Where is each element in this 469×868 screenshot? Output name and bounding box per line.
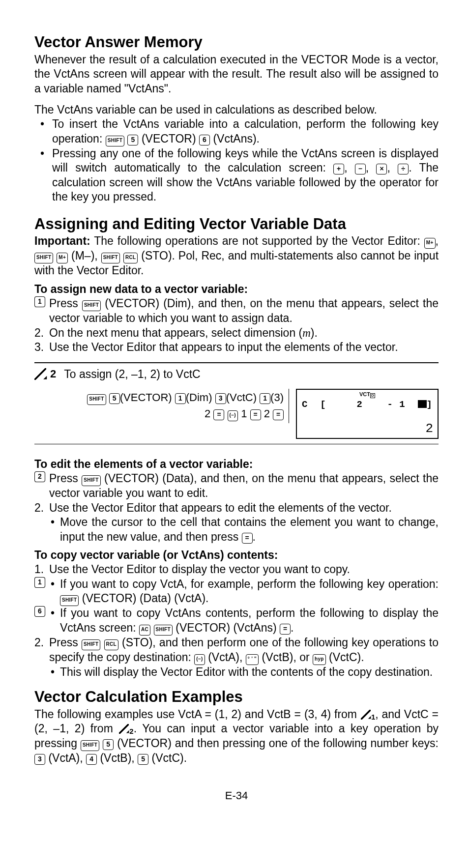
text: ). <box>311 326 318 339</box>
text: On the next menu that appears, select di… <box>49 326 302 339</box>
shift-key-icon: SHIFT <box>81 740 99 751</box>
copy-steps-list: 1. Use the Vector Editor to display the … <box>34 562 439 679</box>
neg-key-icon: (−) <box>194 654 205 665</box>
lcd-val-1: 2 <box>357 399 363 410</box>
mplus-key-icon: M+ <box>424 238 436 249</box>
mvar-m: m <box>302 327 311 339</box>
text: (VctA), <box>208 651 246 664</box>
equals-key-icon: = <box>242 533 253 544</box>
key-1-icon: 1 <box>260 393 270 404</box>
text: Use the Vector Editor to display the vec… <box>49 563 350 576</box>
rcl-key-icon: RCL <box>104 639 118 650</box>
pencil-icon <box>119 724 129 734</box>
text: (VctC). <box>329 651 364 664</box>
shift-key-icon: SHIFT <box>82 300 101 311</box>
key-5-icon: 5 <box>109 393 120 404</box>
lcd-d-indicator-icon: D <box>370 393 375 398</box>
dms-key-icon: ° ’ ” <box>246 654 259 665</box>
shift-key-icon: SHIFT <box>106 136 124 146</box>
text: 1 <box>241 407 247 420</box>
pencil-icon <box>34 368 46 380</box>
subheading-assign-new: To assign new data to a vector variable: <box>34 282 439 296</box>
text: (VctAns) <box>233 621 276 634</box>
example-2-label: To assign (2, –1, 2) to VctC <box>64 367 439 381</box>
lcd-val-2: - 1 <box>387 399 406 410</box>
shift-key-icon: SHIFT <box>82 475 100 486</box>
hyp-key-icon: hyp <box>313 654 326 665</box>
example-number: 2 <box>50 367 56 381</box>
divider <box>34 362 439 363</box>
example-key-sequence: SHIFT 5(VECTOR) 1(Dim) 3(VctC) 1(3) 2 = … <box>49 389 289 423</box>
text: (VctA), <box>48 752 86 764</box>
text: (VECTOR) <box>104 472 159 485</box>
key-6-icon: 6 <box>199 135 210 145</box>
text: If you want to copy VctA, for example, p… <box>60 578 439 590</box>
text: (VECTOR) <box>105 297 159 310</box>
text: (VECTOR) <box>120 391 172 404</box>
heading-vector-calc-examples: Vector Calculation Examples <box>34 688 439 706</box>
important-label: Important: <box>34 234 90 247</box>
text: The following examples use VctA = (1, 2)… <box>34 708 360 721</box>
shift-key-icon: SHIFT <box>101 253 120 263</box>
example-2-body: SHIFT 5(VECTOR) 1(Dim) 3(VctC) 1(3) 2 = … <box>49 389 439 439</box>
text: (VctC) <box>226 391 257 404</box>
pencil-icon <box>361 710 371 720</box>
multiply-key-icon: × <box>376 164 387 174</box>
text: (VctAns). <box>213 132 260 145</box>
key-2-icon: 2 <box>34 471 45 482</box>
divider <box>34 444 439 444</box>
assign-step-2: 2. On the next menu that appears, select… <box>34 326 439 340</box>
text: 2 <box>205 407 210 420</box>
text: (VECTOR) <box>82 592 137 605</box>
text: Press <box>49 472 82 485</box>
lcd-bracket: ] <box>427 399 433 410</box>
shift-key-icon: SHIFT <box>34 253 53 263</box>
para-examples-intro: The following examples use VctA = (1, 2)… <box>34 707 439 765</box>
bullet-switch-screen: Pressing any one of the following keys w… <box>34 146 439 204</box>
text: (Data) <box>140 592 171 605</box>
text: 2 <box>264 407 270 420</box>
mplus-key-icon: M+ <box>57 253 68 263</box>
equals-key-icon: = <box>280 624 291 635</box>
lcd-cursor-icon <box>418 400 427 408</box>
subheading-edit-elements: To edit the elements of a vector variabl… <box>34 457 439 471</box>
assign-steps-list: 1. Press SHIFT 5 (VECTOR) 1 (Dim), and t… <box>34 296 439 354</box>
assign-step-3: 3. Use the Vector Editor that appears to… <box>34 340 439 354</box>
divide-key-icon: ÷ <box>398 164 409 174</box>
lcd-mode-vct: VCT <box>359 391 370 397</box>
text: (VctB), or <box>262 651 313 664</box>
equals-key-icon: = <box>273 409 284 420</box>
key-1-icon: 1 <box>34 577 45 588</box>
edit-step-2-sub: Move the cursor to the cell that contain… <box>34 515 439 544</box>
example-2-header: 2 To assign (2, –1, 2) to VctC <box>34 367 439 381</box>
text: (VECTOR) <box>142 132 196 145</box>
copy-step-2: 2. Press SHIFT RCL (STO), and then perfo… <box>34 636 439 679</box>
copy-step-2-sub: This will display the Vector Editor with… <box>34 665 439 679</box>
edit-steps-list: 1. Press SHIFT 5 (VECTOR) 2 (Data), and … <box>34 471 439 544</box>
copy-step-1-sub1: If you want to copy VctA, for example, p… <box>34 577 439 606</box>
text: (M–), <box>71 249 101 262</box>
lcd-indicator-row: VCTD <box>300 391 435 398</box>
text: (3) <box>270 391 284 404</box>
key-5-icon: 5 <box>103 739 114 750</box>
para-vctans-intro: Whenever the result of a calculation exe… <box>34 53 439 96</box>
calculator-lcd: VCTD C [ 2 - 1 ] 2 <box>296 389 439 439</box>
shift-key-icon: SHIFT <box>154 625 173 636</box>
assign-step-1: 1. Press SHIFT 5 (VECTOR) 1 (Dim), and t… <box>34 296 439 325</box>
text: (VECTOR) <box>176 621 230 634</box>
text: (Dim) <box>186 391 212 404</box>
para-vctans-usage: The VctAns variable can be used in calcu… <box>34 103 439 117</box>
heading-assigning-editing: Assigning and Editing Vector Variable Da… <box>34 215 439 233</box>
page-number: E-34 <box>34 789 439 803</box>
key-1-icon: 1 <box>34 296 45 307</box>
equals-key-icon: = <box>213 409 224 420</box>
neg-key-icon: (−) <box>228 410 238 421</box>
equals-key-icon: = <box>250 409 261 420</box>
shift-key-icon: SHIFT <box>60 595 79 606</box>
copy-step-1-sub2: If you want to copy VctAns contents, per… <box>34 606 439 635</box>
bullet-insert-vctans: To insert the VctAns variable into a cal… <box>34 117 439 146</box>
text: Use the Vector Editor that appears to in… <box>49 341 398 353</box>
key-3-icon: 3 <box>215 393 226 404</box>
lcd-vector-name: C <box>302 399 308 410</box>
key-3-icon: 3 <box>34 754 45 765</box>
